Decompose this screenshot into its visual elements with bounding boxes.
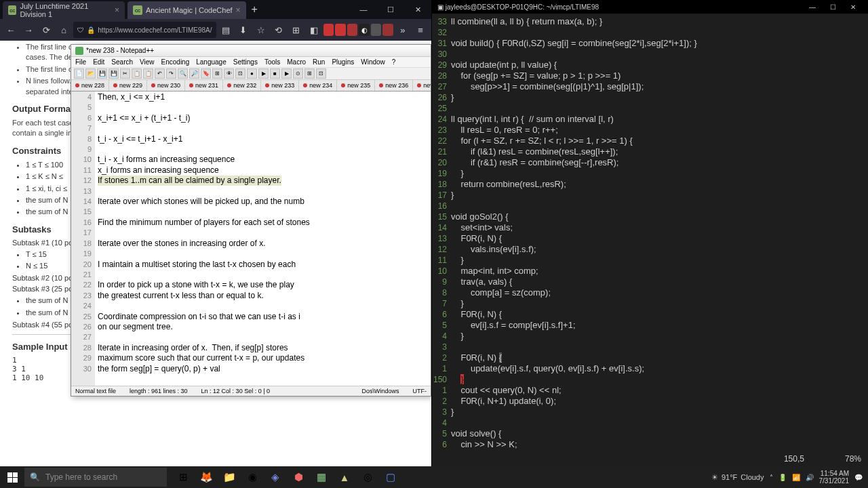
ext-icon[interactable] xyxy=(382,24,393,36)
overflow-icon[interactable]: » xyxy=(395,21,411,39)
ext-icon[interactable]: ◐ xyxy=(359,24,369,36)
close-window-button[interactable]: ✕ xyxy=(404,0,431,19)
library-icon[interactable]: ⊞ xyxy=(288,21,304,39)
toolbar-button[interactable]: ⊞ xyxy=(304,68,315,79)
close-tab-icon[interactable]: × xyxy=(236,5,241,15)
toolbar-button[interactable]: 💾 xyxy=(97,68,107,79)
pocket-icon[interactable]: ⬇ xyxy=(235,21,252,39)
editor-tab[interactable]: new 237 xyxy=(413,80,431,91)
menu-item[interactable]: File xyxy=(75,58,86,66)
menu-item[interactable]: Search xyxy=(111,58,133,66)
new-tab-button[interactable]: + xyxy=(246,3,263,16)
forward-button[interactable]: → xyxy=(20,21,37,39)
firefox-icon[interactable]: 🦊 xyxy=(195,466,217,488)
explorer-icon[interactable]: 📁 xyxy=(218,466,240,488)
home-button[interactable]: ⌂ xyxy=(56,21,72,39)
toolbar-button[interactable]: ⊞ xyxy=(212,68,222,79)
taskbar-search[interactable]: 🔍Type here to search xyxy=(24,468,167,487)
url-bar[interactable]: 🛡 🔒 https://www.codechef.com/LTIME98A/ xyxy=(73,22,216,38)
steam-icon[interactable]: ◉ xyxy=(241,466,263,488)
close-tab-icon[interactable]: × xyxy=(115,5,119,15)
ext-icon[interactable] xyxy=(323,24,334,36)
reader-icon[interactable]: ▤ xyxy=(218,21,234,39)
menu-item[interactable]: Plugins xyxy=(332,58,354,66)
menu-item[interactable]: Macro xyxy=(287,58,306,66)
notepadpp-taskbar-icon[interactable]: ▦ xyxy=(311,466,332,488)
toolbar-button[interactable]: ⊙ xyxy=(293,68,303,79)
editor-tab[interactable]: new 231 xyxy=(185,80,223,91)
ext-icon[interactable] xyxy=(371,24,381,36)
zoom-icon[interactable]: ▢ xyxy=(380,466,401,488)
weather-widget[interactable]: ☀91°FCloudy xyxy=(711,473,764,482)
editor-tab[interactable]: new 230 xyxy=(147,80,185,91)
npp-editor[interactable]: 4567891011121314151617181920212223242526… xyxy=(71,92,431,386)
vim-editor[interactable]: 33ll combine(ll a, ll b) { return max(a,… xyxy=(432,14,868,453)
ext-icon[interactable] xyxy=(347,24,357,36)
obs-icon[interactable]: ◎ xyxy=(357,466,378,488)
menu-item[interactable]: ? xyxy=(392,58,396,66)
start-button[interactable] xyxy=(0,466,24,488)
reload-button[interactable]: ⟳ xyxy=(38,21,54,39)
minimize-button[interactable]: — xyxy=(803,1,822,13)
toolbar-button[interactable]: ⊡ xyxy=(316,68,326,79)
toolbar-button[interactable]: 📋 xyxy=(132,68,142,79)
maximize-button[interactable]: ☐ xyxy=(823,1,842,13)
maximize-button[interactable]: ☐ xyxy=(377,0,404,19)
toolbar-button[interactable]: ↷ xyxy=(166,68,176,79)
toolbar-button[interactable]: 💾 xyxy=(108,68,119,79)
editor-tab[interactable]: new 234 xyxy=(299,80,337,91)
toolbar-button[interactable]: ⊡ xyxy=(235,68,245,79)
back-button[interactable]: ← xyxy=(3,21,19,39)
editor-tab[interactable]: new 229 xyxy=(109,80,147,91)
toolbar-button[interactable]: ■ xyxy=(270,68,280,79)
clock[interactable]: 11:54 AM7/31/2021 xyxy=(819,470,850,485)
menu-item[interactable]: Encoding xyxy=(161,58,190,66)
toolbar-button[interactable]: 📄 xyxy=(74,68,84,79)
toolbar-button[interactable]: ✂ xyxy=(120,68,130,79)
toolbar-button[interactable]: 🔍 xyxy=(178,68,188,79)
menu-item[interactable]: Run xyxy=(313,58,325,66)
ext-icon[interactable] xyxy=(335,24,345,36)
editor-tab[interactable]: new 232 xyxy=(223,80,261,91)
toolbar-button[interactable]: ● xyxy=(247,68,257,79)
menu-item[interactable]: Tools xyxy=(264,58,280,66)
editor-tab[interactable]: new 233 xyxy=(261,80,299,91)
editor-tab[interactable]: new 235 xyxy=(337,80,375,91)
sidebar-icon[interactable]: ◧ xyxy=(306,21,322,39)
npp-code-area[interactable]: Then, x_i <= x_i+1 x_i+1 <= x_i + (t_i+1… xyxy=(95,92,431,386)
npp-icon xyxy=(75,47,83,55)
editor-tab[interactable]: new 236 xyxy=(375,80,413,91)
close-button[interactable]: ✕ xyxy=(844,1,863,13)
toolbar-button[interactable]: ↶ xyxy=(155,68,165,79)
menu-item[interactable]: Language xyxy=(196,58,226,66)
toolbar-button[interactable]: 🔎 xyxy=(189,68,199,79)
editor-tab[interactable]: new 228 xyxy=(71,80,109,91)
menu-item[interactable]: View xyxy=(140,58,155,66)
toolbar-button[interactable]: 🔖 xyxy=(201,68,211,79)
app-icon[interactable]: ⬢ xyxy=(288,466,309,488)
volume-icon[interactable]: 🔊 xyxy=(806,474,814,481)
menu-item[interactable]: Window xyxy=(361,58,385,66)
wifi-icon[interactable]: 📶 xyxy=(792,474,800,481)
browser-tab-0[interactable]: ccJuly Lunchtime 2021 Division 1× xyxy=(3,1,125,19)
terminal-taskbar-icon[interactable]: ▲ xyxy=(334,466,355,488)
minimize-button[interactable]: — xyxy=(350,0,377,19)
toolbar-button[interactable]: 📋 xyxy=(143,68,153,79)
task-view-icon[interactable]: ⊞ xyxy=(172,466,194,488)
toolbar-button[interactable]: ▶ xyxy=(258,68,269,79)
toolbar-button[interactable]: 📂 xyxy=(85,68,96,79)
browser-tab-1[interactable]: ccAncient Magic | CodeChef× xyxy=(127,1,246,19)
battery-icon[interactable]: 🔋 xyxy=(778,474,787,481)
code-line: 1 update(ev[i].s.f, query(0, ev[i].s.f) … xyxy=(432,363,868,374)
menu-item[interactable]: Edit xyxy=(93,58,104,66)
menu-icon[interactable]: ≡ xyxy=(412,21,429,39)
toolbar-button[interactable]: ▶ xyxy=(281,68,292,79)
bookmark-icon[interactable]: ☆ xyxy=(253,21,269,39)
menu-item[interactable]: Settings xyxy=(233,58,258,66)
toolbar-button[interactable]: 👁 xyxy=(224,68,234,79)
sync-icon[interactable]: ⟲ xyxy=(271,21,287,39)
notifications-icon[interactable]: 💬 xyxy=(854,474,863,481)
discord-icon[interactable]: ◈ xyxy=(264,466,286,488)
tray-chevron-icon[interactable]: ˄ xyxy=(770,474,773,481)
code-line: 18 return combine(resL,resR); xyxy=(432,179,868,190)
